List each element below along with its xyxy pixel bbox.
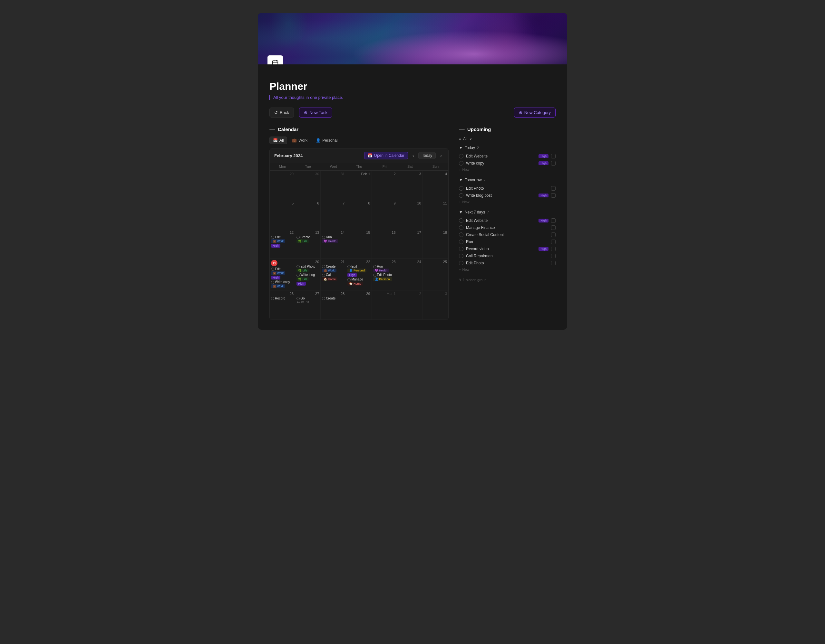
task-circle[interactable] — [459, 193, 463, 198]
task-checkbox[interactable] — [551, 240, 556, 244]
cal-cell[interactable]: 29 — [346, 290, 372, 319]
group-header-tomorrow[interactable]: ▼ Tomorrow 2 — [459, 178, 556, 182]
cal-cell[interactable]: 30 — [295, 171, 321, 200]
cal-cell[interactable]: 29 — [270, 171, 295, 200]
cal-cell[interactable]: 27 Go 11:59 PM — [295, 290, 321, 319]
task-checkbox[interactable] — [551, 161, 556, 165]
task-checkbox[interactable] — [551, 186, 556, 191]
cal-cell[interactable]: 23 Run 💜 Health Edit Photo 👤 Personal — [372, 259, 397, 290]
task-checkbox[interactable] — [551, 154, 556, 159]
cal-cell[interactable]: 2 — [397, 290, 423, 319]
cal-cell[interactable]: 18 — [423, 229, 448, 258]
cal-cell[interactable]: Mar 1 — [372, 290, 397, 319]
tab-work[interactable]: 💼 Work — [289, 137, 311, 144]
task-circle[interactable] — [459, 254, 463, 258]
task-checkbox[interactable] — [551, 254, 556, 258]
day-sat: Sat — [397, 163, 423, 170]
upcoming-filter[interactable]: ≡ All ∨ — [459, 137, 556, 141]
back-icon: ↺ — [274, 110, 278, 115]
cal-cell[interactable]: 11 — [423, 200, 448, 229]
cal-cell[interactable]: 28 Create — [321, 290, 346, 319]
add-new-today[interactable]: + New — [459, 167, 556, 173]
group-count-next7: 7 — [487, 210, 489, 214]
back-label: Back — [280, 110, 289, 115]
task-checkbox[interactable] — [551, 261, 556, 265]
task-checkbox[interactable] — [551, 247, 556, 251]
cal-cell[interactable]: 20 Edit Photo 🌿 Life Write blog 🌿 Life H… — [295, 259, 321, 290]
group-header-today[interactable]: ▼ Today 2 — [459, 146, 556, 150]
cal-cell[interactable]: 25 — [423, 259, 448, 290]
today-button[interactable]: Today — [418, 152, 436, 159]
calendar-nav-buttons: 📅 Open in Calendar ‹ Today › — [364, 152, 444, 159]
cal-cell-today[interactable]: 19 Edit 💼 Work High Write copy 💼 Work — [270, 259, 295, 290]
task-circle[interactable] — [459, 225, 463, 230]
cal-cell[interactable]: 13 Create 🌿 Life — [295, 229, 321, 258]
person-icon: 👤 — [316, 138, 321, 143]
task-circle[interactable] — [459, 161, 463, 165]
task-circle[interactable] — [459, 247, 463, 251]
cal-cell[interactable]: 17 — [397, 229, 423, 258]
cal-cell[interactable]: 4 — [423, 171, 448, 200]
task-badge-high: High — [539, 161, 548, 165]
cal-cell[interactable]: 3 — [397, 171, 423, 200]
plus-icon-new-3: + — [459, 268, 461, 271]
filter-label: All — [463, 137, 467, 141]
calendar-month: February 2024 — [274, 153, 303, 158]
open-in-calendar-button[interactable]: 📅 Open in Calendar — [364, 152, 408, 159]
cal-cell[interactable]: 16 — [372, 229, 397, 258]
upcoming-group-tomorrow: ▼ Tomorrow 2 Edit Photo Write blog post … — [459, 178, 556, 205]
tab-all[interactable]: 📅 All — [269, 137, 287, 144]
task-circle[interactable] — [459, 261, 463, 265]
group-header-next7[interactable]: ▼ Next 7 days 7 — [459, 210, 556, 214]
cal-week-4: 19 Edit 💼 Work High Write copy 💼 Work — [270, 259, 448, 290]
task-name: Write blog post — [466, 193, 536, 198]
section-dash — [269, 129, 275, 130]
tab-personal[interactable]: 👤 Personal — [312, 137, 341, 144]
task-circle[interactable] — [459, 186, 463, 191]
task-circle[interactable] — [459, 154, 463, 159]
new-category-button[interactable]: ⊕ New Category — [514, 108, 556, 117]
cal-cell[interactable]: 2 — [372, 171, 397, 200]
cal-cell[interactable]: Feb 1 — [346, 171, 372, 200]
task-item: Write blog post High — [459, 192, 556, 199]
cal-cell[interactable]: 14 Run 💜 Health — [321, 229, 346, 258]
cal-cell[interactable]: 22 Edit 👤 Personal High Manage 🏠 Home — [346, 259, 372, 290]
task-checkbox[interactable] — [551, 225, 556, 230]
hidden-group[interactable]: ∨ 1 hidden group — [459, 277, 556, 282]
cal-cell[interactable]: 24 — [397, 259, 423, 290]
upcoming-group-today: ▼ Today 2 Edit Website High Write copy H… — [459, 146, 556, 173]
cal-cell[interactable]: 9 — [372, 200, 397, 229]
task-checkbox[interactable] — [551, 193, 556, 198]
task-name: Create Social Content — [466, 233, 548, 237]
cal-cell[interactable]: 10 — [397, 200, 423, 229]
cal-cell[interactable]: 8 — [346, 200, 372, 229]
cal-cell[interactable]: 15 — [346, 229, 372, 258]
back-button[interactable]: ↺ Back — [269, 108, 294, 117]
add-new-tomorrow[interactable]: + New — [459, 199, 556, 205]
task-circle[interactable] — [459, 240, 463, 244]
task-circle[interactable] — [459, 233, 463, 237]
cal-cell[interactable]: 12 Edit 💼 Work High — [270, 229, 295, 258]
cal-cell[interactable]: 5 — [270, 200, 295, 229]
task-checkbox[interactable] — [551, 233, 556, 237]
cal-cell[interactable]: 31 — [321, 171, 346, 200]
upcoming-header: Upcoming — [459, 126, 556, 132]
cal-cell[interactable]: 6 — [295, 200, 321, 229]
prev-month-button[interactable]: ‹ — [411, 152, 416, 159]
add-new-next7[interactable]: + New — [459, 267, 556, 273]
task-circle[interactable] — [459, 218, 463, 223]
calendar-section: Calendar 📅 All 💼 Work 👤 Personal — [269, 126, 449, 320]
cal-cell[interactable]: 26 Record — [270, 290, 295, 319]
section-dash-2 — [459, 129, 465, 130]
task-name: Edit Website — [466, 218, 536, 223]
next-month-button[interactable]: › — [438, 152, 444, 159]
cal-cell[interactable]: 21 Create 💼 Work Call 🏠 Home — [321, 259, 346, 290]
new-category-label: New Category — [524, 110, 551, 115]
task-item: Write copy High — [459, 160, 556, 167]
new-task-button[interactable]: ⊕ New Task — [299, 108, 332, 117]
cal-cell[interactable]: 3 — [423, 290, 448, 319]
cal-cell[interactable]: 7 — [321, 200, 346, 229]
task-item: Create Social Content — [459, 231, 556, 238]
task-checkbox[interactable] — [551, 218, 556, 223]
page-title: Planner — [269, 80, 556, 92]
